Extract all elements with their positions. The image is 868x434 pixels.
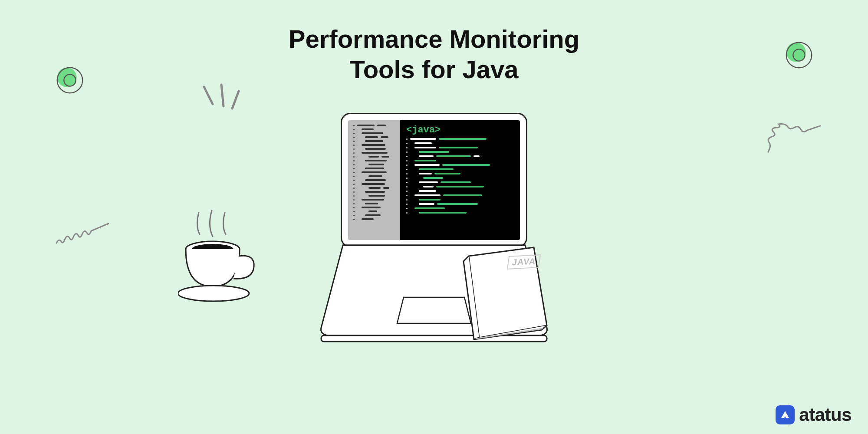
code-pane: <java>	[400, 120, 520, 240]
accent-lines-icon	[195, 82, 247, 126]
target-circle-icon	[53, 63, 87, 97]
brand-name: atatus	[799, 404, 852, 425]
title-line-2: Tools for Java	[350, 55, 519, 83]
laptop-illustration: <java>	[341, 113, 527, 247]
brand-logo: atatus	[776, 404, 852, 425]
coffee-cup-icon	[178, 208, 260, 312]
squiggle-icon	[764, 122, 825, 161]
svg-point-10	[178, 286, 249, 301]
laptop-screen: <java>	[341, 113, 527, 247]
code-language-tag: <java>	[406, 125, 514, 135]
squiggle-icon	[52, 217, 113, 252]
code-gutter	[348, 120, 400, 240]
title-line-1: Performance Monitoring	[289, 25, 579, 53]
book-label: JAVA	[507, 254, 541, 270]
page-title: Performance Monitoring Tools for Java	[289, 24, 579, 84]
brand-logo-mark	[776, 405, 795, 424]
target-circle-icon	[782, 38, 816, 72]
